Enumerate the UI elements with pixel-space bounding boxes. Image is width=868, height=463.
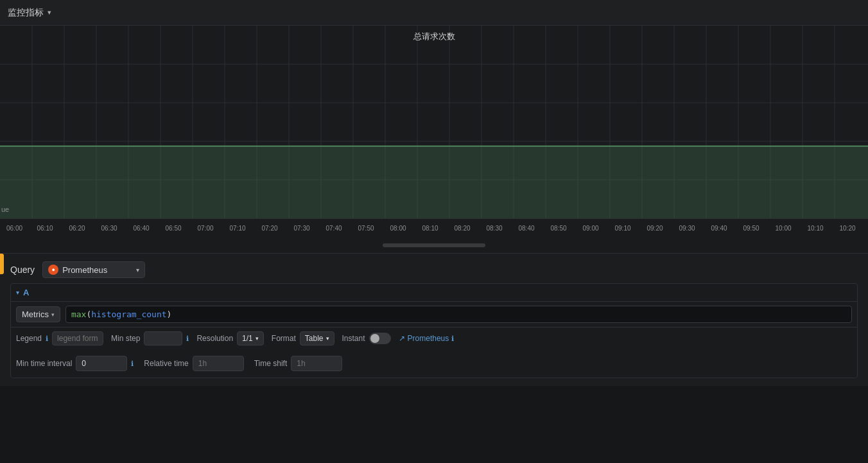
time-label-4: 06:40 [125,225,157,232]
time-label-7: 07:10 [221,225,254,232]
chart-container: 总请求次数 ue [0,26,868,218]
resolution-select[interactable]: 1/1 ▾ [237,331,264,345]
metrics-label: Metrics [22,310,49,319]
format-select[interactable]: Table ▾ [300,331,334,345]
prometheus-link-button[interactable]: ↗ Prometheus ℹ [399,334,455,343]
metrics-button[interactable]: Metrics ▾ [16,306,60,322]
legend-group: Legend ℹ [16,331,103,345]
svg-marker-30 [0,146,868,219]
time-label-19: 09:10 [607,225,639,232]
time-label-22: 09:40 [703,225,735,232]
time-label-13: 08:10 [414,225,446,232]
query-block-a: ▾ A Metrics ▾ max(histogram_count) Legen… [10,283,858,378]
relative-time-input[interactable] [193,356,244,371]
time-label-1: 06:10 [29,225,61,232]
time-label-12: 08:00 [382,225,414,232]
time-shift-input[interactable] [291,356,342,371]
time-label-0: 06:00 [0,225,29,232]
legend-label: Legend [16,334,42,343]
left-collapse-handle[interactable] [0,254,4,274]
min-step-group: Min step ℹ [111,331,189,345]
time-settings-row: Min time interval ℹ Relative time Time s… [11,349,857,378]
header-chevron-icon: ▾ [48,8,51,17]
format-label: Format [272,334,296,343]
datasource-name: Prometheus [62,265,132,275]
chart-title: 总请求次数 [413,31,455,42]
time-label-17: 08:50 [542,225,575,232]
header-title[interactable]: 监控指标 ▾ [8,7,51,19]
time-label-16: 08:40 [510,225,542,232]
time-label-23: 09:50 [735,225,767,232]
time-label-11: 07:50 [350,225,382,232]
format-group: Format Table ▾ [272,331,334,345]
instant-group: Instant [342,333,391,344]
min-step-input[interactable] [144,331,182,345]
query-header: Query ● Prometheus ▾ [10,261,858,278]
time-label-18: 09:00 [575,225,607,232]
time-label-20: 09:20 [639,225,671,232]
scrollbar-area[interactable] [0,238,868,253]
relative-time-label: Relative time [144,359,188,368]
format-value: Table [305,334,324,343]
min-time-interval-info-icon: ℹ [131,360,134,368]
metric-name: histogram_count [91,310,166,319]
legend-info-icon: ℹ [46,335,48,343]
min-time-interval-group: Min time interval ℹ [16,356,134,371]
y-axis-label: ue [1,205,9,213]
time-label-25: 10:10 [799,225,831,232]
instant-label: Instant [342,334,365,343]
time-label-14: 08:20 [446,225,478,232]
fn-name: max [71,310,86,319]
query-letter: A [23,288,29,297]
time-label-24: 10:00 [767,225,799,232]
resolution-label: Resolution [196,334,233,343]
time-label-21: 09:30 [671,225,703,232]
prometheus-icon: ● [48,265,58,275]
min-time-interval-input[interactable] [76,356,127,371]
resolution-value: 1/1 [242,334,253,343]
header-title-text: 监控指标 [8,7,44,19]
time-label-10: 07:40 [318,225,350,232]
prometheus-link-label: Prometheus [408,334,449,343]
time-label-15: 08:30 [478,225,510,232]
chart-svg [0,26,868,218]
metrics-row: Metrics ▾ max(histogram_count) [11,302,857,328]
paren-close: ) [167,310,172,319]
format-chevron-icon: ▾ [326,335,329,342]
time-label-8: 07:20 [254,225,286,232]
resolution-chevron-icon: ▾ [256,335,259,342]
time-label-3: 06:30 [93,225,125,232]
prometheus-link-icon: ↗ [399,334,405,343]
time-label-26: 10:20 [831,225,864,232]
time-label-9: 07:30 [286,225,318,232]
legend-input[interactable] [52,331,103,345]
datasource-selector[interactable]: ● Prometheus ▾ [42,261,145,278]
relative-time-group: Relative time [144,356,243,371]
metrics-chevron-icon: ▾ [51,311,55,318]
datasource-chevron-icon: ▾ [136,266,139,274]
time-axis-inner: 06:00 06:10 06:20 06:30 06:40 06:50 07:0… [0,219,864,238]
query-section: Query ● Prometheus ▾ ▾ A Metrics ▾ max(h… [0,253,868,386]
time-shift-label: Time shift [254,359,288,368]
query-block-header: ▾ A [11,284,857,302]
resolution-group: Resolution 1/1 ▾ [196,331,263,345]
time-label-2: 06:20 [61,225,93,232]
min-step-info-icon: ℹ [186,335,189,343]
min-time-interval-label: Min time interval [16,359,72,368]
query-label: Query [10,265,35,275]
time-shift-group: Time shift [254,356,343,371]
instant-toggle[interactable] [369,333,391,344]
time-label-6: 07:00 [189,225,221,232]
collapse-arrow-icon[interactable]: ▾ [16,289,19,296]
time-axis: 06:00 06:10 06:20 06:30 06:40 06:50 07:0… [0,218,868,238]
scrollbar-track[interactable] [383,243,485,247]
prometheus-info-icon: ℹ [451,335,454,343]
min-step-label: Min step [111,334,140,343]
time-label-5: 06:50 [157,225,189,232]
options-row: Legend ℹ Min step ℹ Resolution 1/1 ▾ For… [11,328,857,349]
header: 监控指标 ▾ [0,0,868,26]
query-expression-field[interactable]: max(histogram_count) [65,306,852,323]
